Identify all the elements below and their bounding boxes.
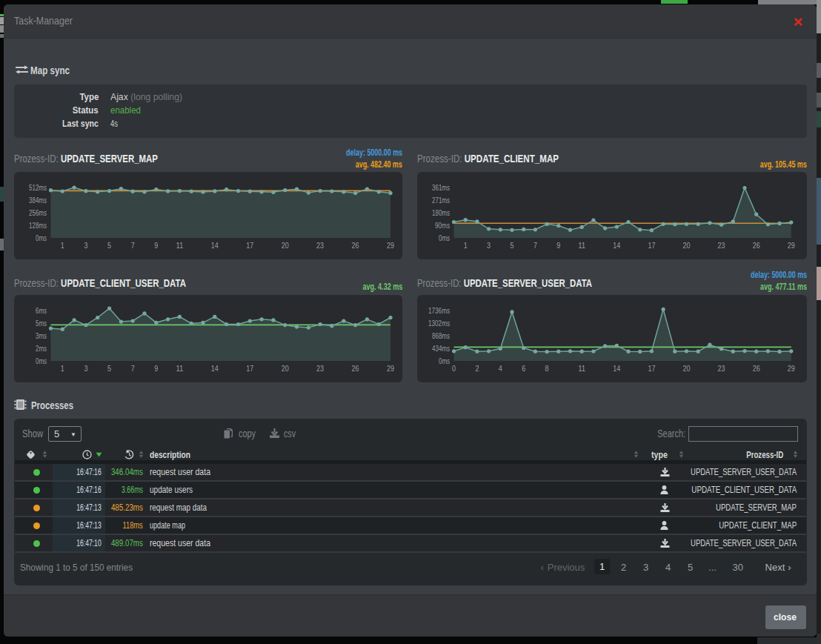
svg-text:17: 17 — [246, 241, 253, 250]
svg-text:5: 5 — [107, 241, 111, 250]
svg-text:3: 3 — [84, 364, 87, 373]
svg-text:14: 14 — [211, 364, 219, 373]
svg-text:868ms: 868ms — [432, 331, 450, 340]
svg-text:0ms: 0ms — [439, 356, 450, 365]
svg-text:26: 26 — [352, 241, 359, 250]
svg-text:8: 8 — [545, 364, 549, 373]
svg-text:6ms: 6ms — [36, 306, 47, 315]
svg-text:5ms: 5ms — [36, 319, 47, 328]
svg-text:0ms: 0ms — [36, 356, 47, 365]
svg-text:29: 29 — [788, 241, 795, 250]
svg-text:17: 17 — [648, 364, 655, 373]
svg-text:23: 23 — [316, 364, 324, 373]
svg-text:256ms: 256ms — [29, 208, 47, 217]
svg-text:1: 1 — [464, 241, 468, 250]
svg-text:26: 26 — [753, 364, 760, 373]
svg-text:20: 20 — [683, 241, 691, 250]
svg-text:20: 20 — [282, 364, 289, 373]
svg-text:434ms: 434ms — [432, 344, 450, 353]
svg-text:512ms: 512ms — [29, 183, 47, 192]
svg-text:1: 1 — [61, 364, 64, 373]
svg-text:1736ms: 1736ms — [428, 306, 450, 315]
svg-text:29: 29 — [788, 364, 795, 373]
svg-text:7: 7 — [131, 364, 135, 373]
svg-text:11: 11 — [176, 364, 183, 373]
svg-text:0ms: 0ms — [36, 233, 47, 242]
svg-text:23: 23 — [718, 364, 725, 373]
svg-text:9: 9 — [556, 241, 560, 250]
svg-text:14: 14 — [613, 364, 620, 373]
svg-text:3ms: 3ms — [36, 331, 47, 340]
svg-text:11: 11 — [578, 364, 585, 373]
svg-text:5: 5 — [107, 364, 111, 373]
svg-text:2ms: 2ms — [36, 344, 47, 353]
svg-text:3: 3 — [487, 241, 491, 250]
svg-text:0: 0 — [452, 364, 456, 373]
svg-text:7: 7 — [534, 241, 537, 250]
svg-text:384ms: 384ms — [29, 196, 47, 205]
svg-text:26: 26 — [352, 364, 359, 373]
svg-text:3: 3 — [84, 241, 87, 250]
svg-text:361ms: 361ms — [432, 183, 450, 192]
svg-text:271ms: 271ms — [432, 196, 450, 205]
svg-text:90ms: 90ms — [435, 221, 450, 230]
svg-text:11: 11 — [578, 241, 585, 250]
svg-text:20: 20 — [683, 364, 691, 373]
svg-text:23: 23 — [718, 241, 725, 250]
svg-text:29: 29 — [387, 364, 394, 373]
svg-text:14: 14 — [211, 241, 219, 250]
svg-text:4: 4 — [499, 364, 502, 373]
svg-text:2: 2 — [475, 364, 479, 373]
svg-text:23: 23 — [316, 241, 324, 250]
svg-text:11: 11 — [176, 241, 183, 250]
svg-text:6: 6 — [522, 364, 525, 373]
svg-text:9: 9 — [154, 364, 158, 373]
svg-text:0ms: 0ms — [439, 233, 450, 242]
svg-text:1302ms: 1302ms — [428, 319, 450, 328]
svg-text:128ms: 128ms — [29, 221, 47, 230]
svg-text:5: 5 — [511, 241, 514, 250]
svg-text:29: 29 — [387, 241, 394, 250]
svg-text:20: 20 — [282, 241, 289, 250]
svg-text:9: 9 — [154, 241, 158, 250]
svg-text:17: 17 — [648, 241, 655, 250]
svg-text:180ms: 180ms — [432, 208, 450, 217]
svg-text:14: 14 — [613, 241, 620, 250]
svg-text:26: 26 — [753, 241, 760, 250]
svg-text:17: 17 — [246, 364, 253, 373]
svg-text:1: 1 — [61, 241, 64, 250]
svg-text:7: 7 — [131, 241, 135, 250]
